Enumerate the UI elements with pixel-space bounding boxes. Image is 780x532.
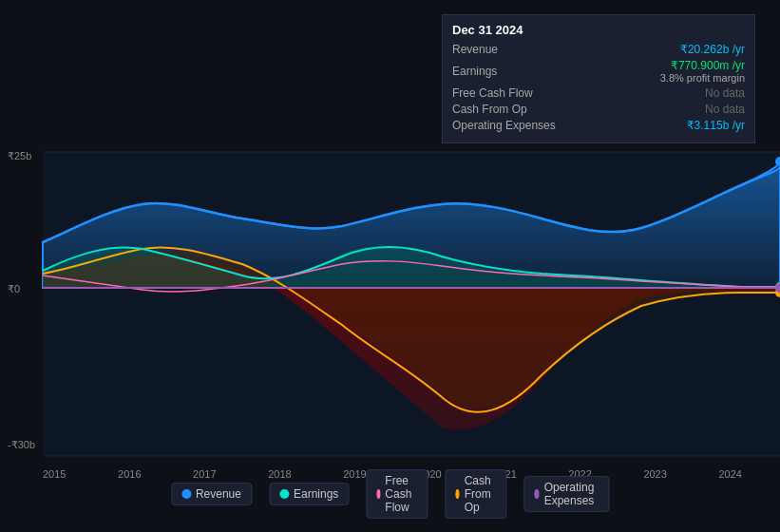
revenue-row: Revenue ₹20.262b /yr [452, 43, 745, 56]
legend-free-cash-flow[interactable]: Free Cash Flow [366, 469, 428, 519]
free-cash-flow-row: Free Cash Flow No data [452, 86, 745, 100]
legend-revenue-label: Revenue [196, 487, 241, 501]
revenue-dot [181, 489, 191, 499]
tooltip-box: Dec 31 2024 Revenue ₹20.262b /yr Earning… [442, 14, 755, 143]
cash-from-op-dot [455, 489, 459, 499]
x-label-2024: 2024 [718, 468, 741, 480]
earnings-row: Earnings ₹770.900m /yr 3.8% profit margi… [452, 59, 745, 84]
y-axis-bottom: -₹30b [8, 439, 35, 451]
profit-margin: 3.8% profit margin [660, 72, 745, 84]
cash-from-op-row: Cash From Op No data [452, 103, 745, 116]
free-cash-flow-value: No data [705, 86, 745, 100]
legend-free-cash-flow-label: Free Cash Flow [385, 474, 417, 514]
operating-expenses-dot [534, 489, 539, 499]
free-cash-flow-label: Free Cash Flow [452, 86, 557, 100]
revenue-label: Revenue [452, 43, 557, 56]
revenue-value: ₹20.262b /yr [680, 43, 745, 56]
legend-cash-from-op[interactable]: Cash From Op [445, 469, 506, 519]
chart-container: ₹25b ₹0 -₹30b 2015 2016 2017 2018 2019 2… [0, 0, 780, 532]
legend-earnings-label: Earnings [294, 487, 338, 501]
free-cash-flow-dot [376, 489, 380, 499]
legend-cash-from-op-label: Cash From Op [465, 474, 497, 514]
tooltip-date: Dec 31 2024 [452, 23, 745, 37]
x-label-2015: 2015 [43, 468, 66, 480]
cash-from-op-value: No data [705, 103, 745, 116]
operating-expenses-value: ₹3.115b /yr [687, 119, 745, 132]
y-axis-top: ₹25b [8, 150, 31, 162]
earnings-value: ₹770.900m /yr [660, 59, 745, 72]
x-label-2016: 2016 [118, 468, 141, 480]
operating-expenses-label: Operating Expenses [452, 119, 557, 132]
legend: Revenue Earnings Free Cash Flow Cash Fro… [171, 469, 609, 519]
legend-operating-expenses-label: Operating Expenses [544, 481, 599, 507]
earnings-label: Earnings [452, 65, 557, 78]
legend-revenue[interactable]: Revenue [171, 483, 252, 505]
operating-expenses-row: Operating Expenses ₹3.115b /yr [452, 119, 745, 132]
legend-earnings[interactable]: Earnings [269, 483, 349, 505]
cash-from-op-label: Cash From Op [452, 103, 557, 116]
y-axis-middle: ₹0 [8, 283, 20, 295]
x-label-2023: 2023 [643, 468, 666, 480]
legend-operating-expenses[interactable]: Operating Expenses [523, 476, 609, 512]
earnings-dot [279, 489, 289, 499]
